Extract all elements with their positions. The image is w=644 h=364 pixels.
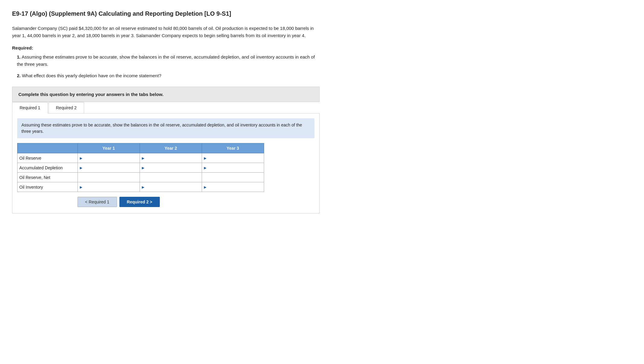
oil-reserve-year3-input[interactable] [209,154,264,163]
oil-reserve-year2-input[interactable] [147,154,202,163]
prev-button[interactable]: < Required 1 [77,197,117,207]
oil-reserve-year1-input[interactable] [84,154,140,163]
item-1-num: 1. [17,54,21,59]
problem-text: Salamander Company (SC) paid $4,320,000 … [12,25,320,39]
oil-inventory-year1-cell: ► [78,182,140,192]
nav-buttons: < Required 1 Required 2 > [17,197,314,207]
tab-required-2[interactable]: Required 2 [49,102,84,113]
oil-reserve-net-year2-cell [140,173,202,182]
oil-reserve-net-year1-input[interactable] [78,173,140,182]
tab-content: Assuming these estimates prove to be acc… [12,113,320,213]
acc-depletion-year2-cell: ► [140,163,202,173]
table-row: Oil Inventory ► ► ► [17,182,264,192]
acc-depletion-year3-cell: ► [202,163,264,173]
acc-depletion-year1-input[interactable] [84,163,140,172]
oil-inventory-year3-cell: ► [202,182,264,192]
acc-depletion-year3-input[interactable] [209,163,264,172]
tabs-row: Required 1 Required 2 [12,102,320,113]
oil-reserve-net-year2-input[interactable] [140,173,202,182]
table-row: Oil Reserve ► ► ► [17,153,264,163]
item-2: 2. What effect does this yearly depletio… [12,72,320,79]
arrow-icon: ► [78,156,84,161]
table-row: Oil Reserve, Net [17,173,264,182]
complete-box: Complete this question by entering your … [12,87,320,102]
arrow-icon: ► [202,165,209,170]
oil-reserve-net-year1-cell [78,173,140,182]
tab-description: Assuming these estimates prove to be acc… [17,118,314,138]
arrow-icon: ► [140,156,147,161]
data-table: Year 1 Year 2 Year 3 Oil Reserve ► ► [17,143,264,192]
row-label-acc-depletion: Accumulated Depletion [17,163,78,173]
acc-depletion-year2-input[interactable] [147,163,202,172]
header-year1: Year 1 [78,143,140,153]
acc-depletion-year1-cell: ► [78,163,140,173]
oil-reserve-net-year3-input[interactable] [202,173,264,182]
oil-inventory-year2-cell: ► [140,182,202,192]
row-label-oil-inventory: Oil Inventory [17,182,78,192]
required-label: Required: [12,45,320,50]
arrow-icon: ► [78,185,84,190]
header-year2: Year 2 [140,143,202,153]
row-label-oil-reserve: Oil Reserve [17,153,78,163]
arrow-icon: ► [202,156,209,161]
page-title: E9-17 (Algo) (Supplement 9A) Calculating… [12,10,320,18]
oil-inventory-year3-input[interactable] [209,183,264,192]
arrow-icon: ► [202,185,209,190]
oil-reserve-year1-cell: ► [78,153,140,163]
oil-inventory-year2-input[interactable] [147,183,202,192]
oil-reserve-net-year3-cell [202,173,264,182]
item-1: 1. Assuming these estimates prove to be … [12,53,320,68]
header-empty [17,143,78,153]
row-label-oil-reserve-net: Oil Reserve, Net [17,173,78,182]
arrow-icon: ► [140,165,147,170]
item-1-text: Assuming these estimates prove to be acc… [17,54,315,67]
next-button[interactable]: Required 2 > [119,197,160,207]
table-row: Accumulated Depletion ► ► ► [17,163,264,173]
item-2-text: What effect does this yearly depletion h… [22,73,162,78]
item-2-num: 2. [17,73,21,78]
oil-reserve-year3-cell: ► [202,153,264,163]
tab-required-1[interactable]: Required 1 [12,102,48,113]
oil-reserve-year2-cell: ► [140,153,202,163]
oil-inventory-year1-input[interactable] [84,183,140,192]
header-year3: Year 3 [202,143,264,153]
arrow-icon: ► [140,185,147,190]
arrow-icon: ► [78,165,84,170]
